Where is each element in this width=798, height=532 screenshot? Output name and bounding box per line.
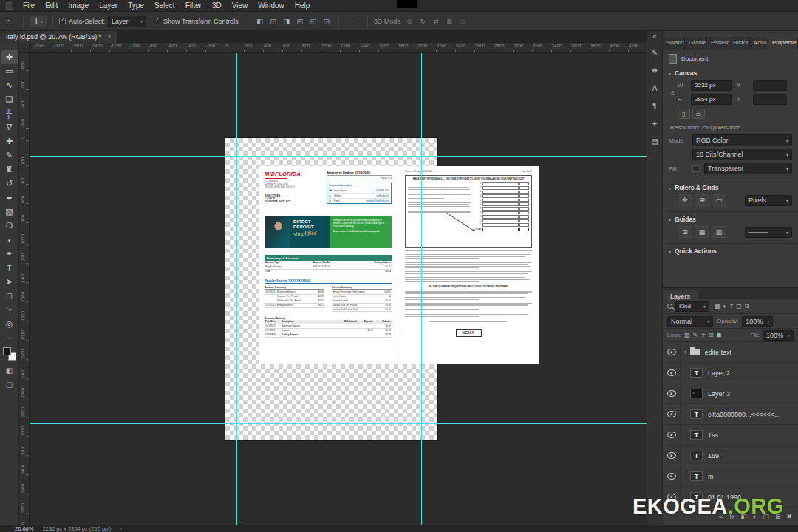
menu-item-edit[interactable]: Edit xyxy=(40,1,63,10)
layer-row[interactable]: T169 xyxy=(663,446,798,466)
menu-item-image[interactable]: Image xyxy=(63,1,94,10)
menu-item-window[interactable]: Window xyxy=(253,1,290,10)
current-tool-indicator[interactable]: ✛ ▾ xyxy=(30,16,47,27)
healing-brush-tool[interactable]: ✚ xyxy=(1,134,18,149)
menu-item-3d[interactable]: 3D xyxy=(207,1,227,10)
canvas-section-header[interactable]: ▾ Canvas xyxy=(669,69,792,77)
3d-rotate-icon[interactable]: ⊙ xyxy=(403,16,415,27)
horizontal-guide[interactable] xyxy=(30,156,647,157)
group-caret-icon[interactable]: ▾ xyxy=(684,349,687,355)
layer-row[interactable]: Tm xyxy=(663,466,798,487)
collapse-panels-button[interactable]: « xyxy=(652,33,657,44)
visibility-toggle[interactable] xyxy=(663,466,681,486)
gradient-tool[interactable]: ▧ xyxy=(1,205,18,219)
guide-layout-icon[interactable]: ▦ xyxy=(695,226,709,238)
visibility-toggle[interactable] xyxy=(663,404,681,424)
visibility-toggle[interactable] xyxy=(663,383,681,403)
pen-tool[interactable]: ✒ xyxy=(1,247,18,261)
guide-style-dropdown[interactable]: ——— ▾ xyxy=(745,227,792,238)
zoom-level[interactable]: 20.66% xyxy=(15,525,33,532)
color-swatches[interactable] xyxy=(3,347,16,361)
bit-depth-dropdown[interactable]: 16 Bits/Channel ▾ xyxy=(692,149,792,160)
adjustments-panel-icon[interactable]: ▤ xyxy=(647,132,662,150)
lock-transparency-icon[interactable]: ▨ xyxy=(684,332,690,338)
canvas-x-field[interactable] xyxy=(753,80,787,91)
guides-section-header[interactable]: ▾ Guides xyxy=(669,216,792,223)
visibility-toggle[interactable] xyxy=(663,342,681,362)
ruler-icon[interactable]: ▭ xyxy=(712,194,726,206)
panel-tab-actio[interactable]: Actio xyxy=(750,37,768,50)
panel-tab-patterns[interactable]: Patterns xyxy=(707,37,729,50)
menu-item-help[interactable]: Help xyxy=(290,1,316,10)
close-icon[interactable]: × xyxy=(107,33,111,41)
lock-artboard-icon[interactable]: ⊞ xyxy=(709,332,714,338)
fill-swatch[interactable] xyxy=(692,165,700,172)
filter-shape-layers-icon[interactable]: ▢ xyxy=(736,303,742,310)
link-dimensions-icon[interactable]: 8 xyxy=(671,89,674,96)
auto-select-checkbox[interactable] xyxy=(59,18,66,24)
lock-position-icon[interactable]: ✛ xyxy=(700,332,706,338)
brushes-panel-icon[interactable]: ✎ xyxy=(647,44,662,61)
menu-item-select[interactable]: Select xyxy=(149,1,180,10)
canvas-viewport[interactable]: MIDFLORIDA P.O. Box 8008Lakeland, FL 338… xyxy=(30,53,647,525)
menu-item-filter[interactable]: Filter xyxy=(180,1,207,10)
app-icon[interactable] xyxy=(6,2,13,10)
3d-drag-icon[interactable]: ⇄ xyxy=(430,16,442,27)
3d-scale-icon[interactable]: ◇ xyxy=(457,16,468,27)
quick-mask-icon[interactable]: ◧ xyxy=(6,366,13,375)
3d-slide-icon[interactable]: ⊞ xyxy=(443,16,455,27)
filter-smart-objects-icon[interactable]: ⊡ xyxy=(745,303,750,310)
menu-item-layer[interactable]: Layer xyxy=(94,1,123,10)
marquee-tool[interactable]: ▭ xyxy=(1,64,18,78)
menu-item-file[interactable]: File xyxy=(18,1,40,10)
snap-icon[interactable]: ✛ xyxy=(678,194,692,206)
menu-item-type[interactable]: Type xyxy=(123,1,149,10)
eraser-tool[interactable]: ▰ xyxy=(1,191,18,205)
more-options-icon[interactable]: ⋯ xyxy=(345,17,361,25)
eyedropper-tool[interactable]: ∇ xyxy=(1,120,18,134)
panel-tab-swatches[interactable]: Swatches xyxy=(663,37,685,50)
color-mode-dropdown[interactable]: RGB Color ▾ xyxy=(692,134,792,146)
visibility-toggle[interactable] xyxy=(663,425,681,445)
fill-dropdown[interactable]: Transparent ▾ xyxy=(704,163,792,174)
hand-tool[interactable]: ☞ xyxy=(1,303,18,317)
libraries-panel-icon[interactable]: ❖ xyxy=(647,61,662,79)
layer-row[interactable]: Layer 3 xyxy=(663,383,798,404)
align-center-horizontal-icon[interactable]: ◫ xyxy=(267,16,279,27)
lock-guides-icon[interactable]: ⊡ xyxy=(678,226,692,238)
vertical-ruler[interactable]: -800-600-400-200020040060080010001200140… xyxy=(19,53,30,525)
filter-type-layers-icon[interactable]: T xyxy=(729,303,733,310)
fill-percent-field[interactable]: 100% ▾ xyxy=(763,330,794,341)
document-tab[interactable]: Italy id.psd @ 20.7% (RGB/16) * × xyxy=(0,31,117,43)
status-options-caret[interactable]: › xyxy=(120,525,122,532)
edit-toolbar-icon[interactable]: ⋯ xyxy=(6,334,13,341)
brush-tool[interactable]: ✎ xyxy=(1,149,18,163)
character-panel-icon[interactable]: A xyxy=(647,79,662,97)
horizontal-ruler[interactable]: -2000-1800-1600-1400-1200-1000-800-600-4… xyxy=(30,43,647,53)
visibility-toggle[interactable] xyxy=(663,363,681,383)
layer-filter-dropdown[interactable]: Kind ▾ xyxy=(675,301,709,312)
opacity-field[interactable]: 100% ▾ xyxy=(742,316,773,327)
new-guide-icon[interactable]: ▥ xyxy=(712,226,726,238)
panel-tab-properties[interactable]: Properties xyxy=(768,37,798,50)
dodge-tool[interactable]: ◖ xyxy=(1,233,18,247)
align-middle-icon[interactable]: ◱ xyxy=(307,16,319,27)
type-tool[interactable]: T xyxy=(1,261,18,275)
path-selection-tool[interactable]: ➤ xyxy=(1,275,18,289)
visibility-toggle[interactable] xyxy=(663,446,681,466)
object-selection-tool[interactable]: ❏ xyxy=(1,92,18,106)
shape-tool[interactable]: ◻ xyxy=(1,289,18,303)
align-right-icon[interactable]: ◨ xyxy=(281,16,293,27)
glyphs-panel-icon[interactable]: ✦ xyxy=(647,115,662,132)
align-top-icon[interactable]: ◰ xyxy=(294,16,306,27)
portrait-orientation-button[interactable]: ▯ xyxy=(678,109,690,119)
lock-pixels-icon[interactable]: ✎ xyxy=(693,332,698,338)
ruler-units-dropdown[interactable]: Pixels ▾ xyxy=(745,195,792,206)
filter-pixel-layers-icon[interactable]: ▦ xyxy=(715,303,720,310)
zoom-tool[interactable]: ◎ xyxy=(1,317,18,331)
panel-tab-gradients[interactable]: Gradients xyxy=(685,37,707,50)
foreground-color-swatch[interactable] xyxy=(3,347,11,355)
show-transform-checkbox[interactable] xyxy=(154,18,160,24)
landscape-orientation-button[interactable]: ▭ xyxy=(692,109,705,119)
crop-tool[interactable]: ╬ xyxy=(1,106,18,120)
